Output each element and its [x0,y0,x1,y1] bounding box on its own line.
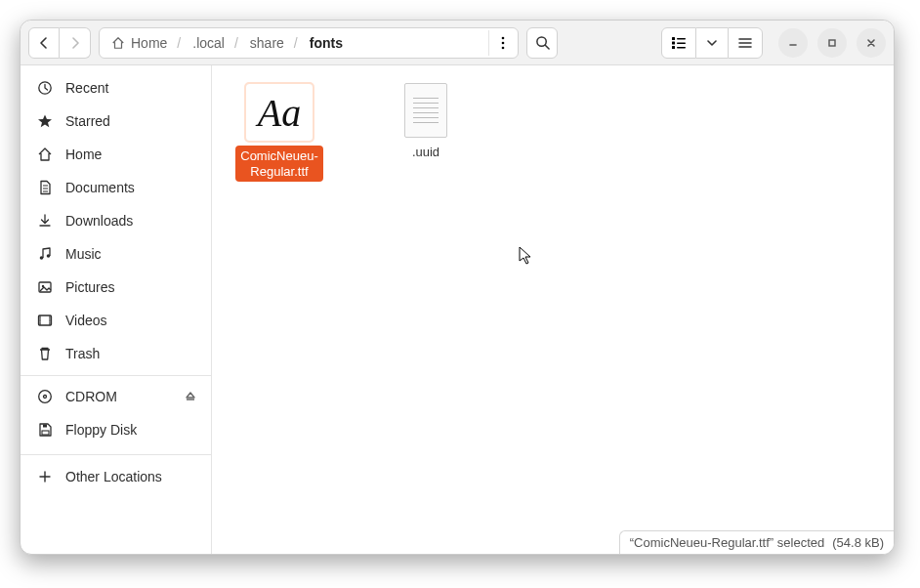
menu-icon [738,37,752,49]
sidebar-item-label: CDROM [65,389,117,404]
path-segment-local[interactable]: .local / [188,35,246,51]
svg-point-19 [40,323,41,324]
svg-rect-6 [672,41,675,44]
icon-view: Aa ComicNeueu-Regular.ttf .uuid [212,65,894,199]
sidebar-item-documents[interactable]: Documents [21,171,211,204]
text-thumb [404,83,447,138]
svg-point-0 [501,36,504,39]
sidebar-item-starred[interactable]: Starred [21,105,211,138]
svg-point-20 [50,317,51,318]
sidebar-item-downloads[interactable]: Downloads [21,204,211,237]
sidebar-item-label: Trash [65,346,100,361]
svg-point-22 [50,323,51,324]
path-label: Home [131,35,167,51]
home-icon [111,36,125,50]
svg-rect-10 [829,40,835,46]
sidebar-item-recent[interactable]: Recent [21,71,211,105]
hamburger-menu-button[interactable] [728,27,763,59]
svg-rect-5 [677,38,686,40]
view-icons-button[interactable] [661,27,696,59]
svg-rect-25 [42,431,49,435]
document-icon [36,180,54,195]
path-segment-fonts[interactable]: fonts [306,35,347,51]
minimize-icon [788,38,798,48]
search-icon [535,35,550,50]
view-controls [661,27,763,59]
clock-icon [36,80,54,96]
sidebar-item-music[interactable]: Music [21,237,211,271]
sidebar-mount-floppy[interactable]: Floppy Disk [21,413,211,446]
sidebar-item-trash[interactable]: Trash [21,337,211,376]
status-size: (54.8 kB) [832,535,884,550]
maximize-button[interactable] [817,28,847,58]
chevron-right-icon [69,37,81,49]
kebab-icon [501,36,505,50]
sidebar-item-home[interactable]: Home [21,138,211,171]
sidebar-item-label: Home [65,147,102,162]
svg-point-23 [39,391,52,403]
sidebar: Recent Starred Home Documents Downloads … [21,65,212,554]
sidebar-item-label: Recent [65,80,108,96]
file-label: ComicNeueu-Regular.ttf [235,146,323,182]
svg-point-1 [501,41,504,44]
nav-buttons [28,27,91,59]
list-icon [672,37,686,49]
maximize-icon [827,38,837,48]
floppy-icon [36,422,54,438]
svg-point-12 [40,256,44,260]
file-item[interactable]: .uuid [382,83,470,163]
sidebar-item-label: Floppy Disk [65,422,137,438]
view-dropdown-button[interactable] [696,27,728,59]
status-text: “ComicNeueu-Regular.ttf” selected [630,535,824,550]
svg-rect-7 [677,42,686,44]
window-controls [778,28,886,58]
download-icon [36,213,54,229]
videos-icon [36,313,54,328]
forward-button[interactable] [60,27,91,59]
file-item[interactable]: Aa ComicNeueu-Regular.ttf [235,83,323,182]
status-bar: “ComicNeueu-Regular.ttf” selected (54.8 … [619,530,894,554]
star-icon [36,113,54,129]
disc-icon [36,389,54,404]
path-segment-share[interactable]: share / [246,35,306,51]
window-body: Recent Starred Home Documents Downloads … [21,65,894,554]
mouse-cursor [519,246,534,266]
close-icon [866,38,876,48]
home-icon [36,147,54,162]
sidebar-item-label: Music [65,246,102,262]
svg-point-24 [44,396,47,399]
svg-point-13 [47,254,51,258]
sidebar-mount-cdrom[interactable]: CDROM [21,380,211,413]
path-menu-button[interactable] [488,30,516,56]
music-icon [36,246,54,262]
font-thumb: Aa [245,83,314,142]
sidebar-item-label: Downloads [65,213,133,229]
sidebar-item-videos[interactable]: Videos [21,304,211,337]
file-label: .uuid [408,142,443,163]
minimize-button[interactable] [778,28,808,58]
sidebar-item-label: Documents [65,180,135,195]
svg-point-2 [501,46,504,49]
sidebar-other-locations[interactable]: Other Locations [21,454,211,493]
svg-rect-9 [677,47,686,49]
search-button[interactable] [526,27,558,59]
content-area[interactable]: Aa ComicNeueu-Regular.ttf .uuid “ComicNe… [212,65,894,554]
svg-rect-4 [672,37,675,40]
svg-rect-8 [672,46,675,49]
sidebar-item-label: Videos [65,313,107,328]
plus-icon [36,469,54,484]
path-segment-home[interactable]: Home / [107,35,188,51]
eject-icon [185,391,196,402]
trash-icon [36,346,54,361]
svg-rect-26 [43,425,47,428]
sidebar-item-pictures[interactable]: Pictures [21,271,211,304]
eject-button[interactable] [180,386,201,407]
sidebar-item-label: Starred [65,113,110,129]
back-button[interactable] [28,27,60,59]
path-bar[interactable]: Home / .local / share / fonts [99,27,519,59]
header-bar: Home / .local / share / fonts [21,21,894,65]
close-button[interactable] [857,28,886,58]
path-label: share [250,35,284,51]
svg-point-18 [40,320,41,321]
chevron-left-icon [38,37,50,49]
